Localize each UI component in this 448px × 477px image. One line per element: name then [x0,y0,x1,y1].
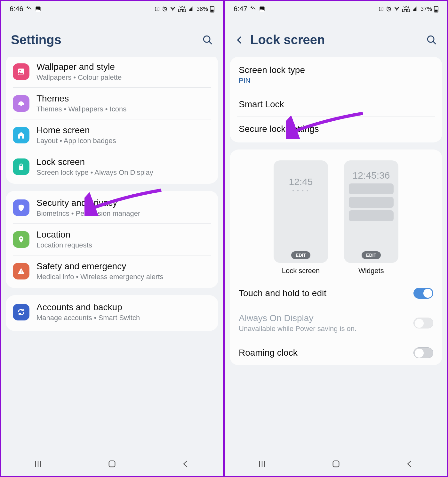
volte-icon: Vo)LTE1 [178,5,186,12]
widget-bar [349,183,394,194]
nav-bar [1,453,223,476]
nav-recents[interactable] [249,459,275,470]
settings-item-home-screen[interactable]: Home screenLayout • App icon badges [13,119,211,151]
search-icon[interactable] [202,35,213,45]
svg-rect-6 [190,9,191,11]
preview-clock: 12:45:36 [353,170,390,181]
back-button[interactable] [235,35,244,45]
item-title: Location [36,230,92,240]
sync-icon [13,304,29,320]
alarm-icon [162,6,168,12]
widget-bar [349,197,394,208]
row-title: Roaming clock [239,348,298,358]
row-secure-lock-settings[interactable]: Secure lock settings [237,117,435,141]
svg-point-2 [156,9,157,10]
item-title: Lock screen [36,157,153,167]
item-sub: Manage accounts • Smart Switch [36,314,140,322]
item-title: Security and privacy [36,198,140,208]
row-sub: Unavailable while Power saving is on. [239,325,356,333]
svg-line-13 [209,41,212,44]
settings-item-lock-screen[interactable]: Lock screenScreen lock type • Always On … [13,151,211,182]
nav-recents[interactable] [25,459,51,470]
toggle-aod [413,318,433,328]
row-title: Always On Display [239,313,356,323]
edit-badge: EDIT [291,251,310,259]
svg-rect-17 [19,166,23,170]
restrict-icon [154,6,160,12]
preview-widgets[interactable]: 12:45:36 EDIT Widgets [344,160,398,275]
settings-item-safety[interactable]: Safety and emergencyMedical info • Wirel… [13,255,211,287]
item-sub: Biometrics • Permission manager [36,209,140,218]
preview-dots: ● ● ● ● [292,189,309,192]
nav-home[interactable] [323,459,349,470]
svg-rect-24 [109,461,115,467]
settings-item-wallpaper[interactable]: Wallpaper and styleWallpapers • Colour p… [13,57,211,87]
svg-rect-31 [414,9,415,11]
item-sub: Themes • Wallpapers • Icons [36,105,126,113]
svg-rect-36 [435,10,438,12]
svg-rect-35 [436,6,437,6]
item-sub: Wallpapers • Colour palette [36,73,122,82]
status-bar: 6:46 Vo)LTE1 38% [1,1,223,17]
location-icon [13,231,29,248]
image-icon [259,6,265,12]
row-touch-hold-edit[interactable]: Touch and hold to edit [237,281,435,306]
svg-rect-20 [21,272,21,273]
svg-rect-7 [191,8,192,11]
settings-item-themes[interactable]: ThemesThemes • Wallpapers • Icons [13,87,211,119]
home-icon [13,127,29,143]
settings-item-location[interactable]: LocationLocation requests [13,223,211,255]
image-icon [35,6,41,12]
page-title: Settings [11,33,61,47]
toggle-roaming-clock[interactable] [413,347,433,358]
item-sub: Layout • App icon badges [36,137,116,145]
svg-rect-19 [21,270,21,272]
wifi-icon [170,6,176,12]
svg-point-27 [380,9,381,10]
svg-point-4 [172,10,173,11]
item-title: Accounts and backup [36,302,140,312]
lock-icon [13,158,29,175]
signal-icon [188,6,195,12]
preview-lock-screen[interactable]: 12:45 ● ● ● ● EDIT Lock screen [274,160,328,275]
svg-point-29 [396,10,397,11]
status-time: 6:46 [10,5,23,13]
missed-call-icon [250,6,256,12]
widget-bar [349,210,394,221]
preview-row: 12:45 ● ● ● ● EDIT Lock screen 12:45:36 [237,151,435,281]
wifi-icon [394,6,400,12]
status-battery-pct: 38% [196,6,208,12]
safety-icon [13,263,29,279]
nav-back[interactable] [173,459,199,470]
svg-rect-42 [333,461,339,467]
svg-rect-5 [189,10,189,11]
row-roaming-clock[interactable]: Roaming clock [237,340,435,365]
svg-rect-32 [415,8,416,11]
nav-back[interactable] [397,459,423,470]
nav-bar [225,453,447,476]
preview-caption: Lock screen [274,267,328,275]
nav-home[interactable] [99,459,125,470]
svg-point-12 [204,36,210,42]
svg-rect-30 [413,10,413,11]
row-sub: PIN [239,77,305,85]
page-title: Lock screen [250,33,325,47]
svg-rect-8 [193,7,193,11]
settings-item-accounts[interactable]: Accounts and backupManage accounts • Sma… [13,296,211,328]
settings-item-security[interactable]: Security and privacyBiometrics • Permiss… [13,192,211,223]
item-title: Wallpaper and style [36,62,122,72]
svg-rect-10 [212,6,213,6]
row-screen-lock-type[interactable]: Screen lock typePIN [237,58,435,92]
row-always-on-display: Always On DisplayUnavailable while Power… [237,306,435,340]
status-bar: 6:47 Vo)LTE1 37% [225,1,447,17]
svg-point-15 [20,70,21,71]
toggle-touch-hold[interactable] [413,288,433,299]
settings-group: Wallpaper and styleWallpapers • Colour p… [6,57,218,184]
search-icon[interactable] [426,35,437,45]
item-title: Safety and emergency [36,261,164,271]
preview-clock: 12:45 [289,176,313,187]
settings-group: Accounts and backupManage accounts • Sma… [6,295,218,331]
edit-badge: EDIT [362,251,381,259]
status-time: 6:47 [234,5,247,13]
row-smart-lock[interactable]: Smart Lock [237,92,435,117]
